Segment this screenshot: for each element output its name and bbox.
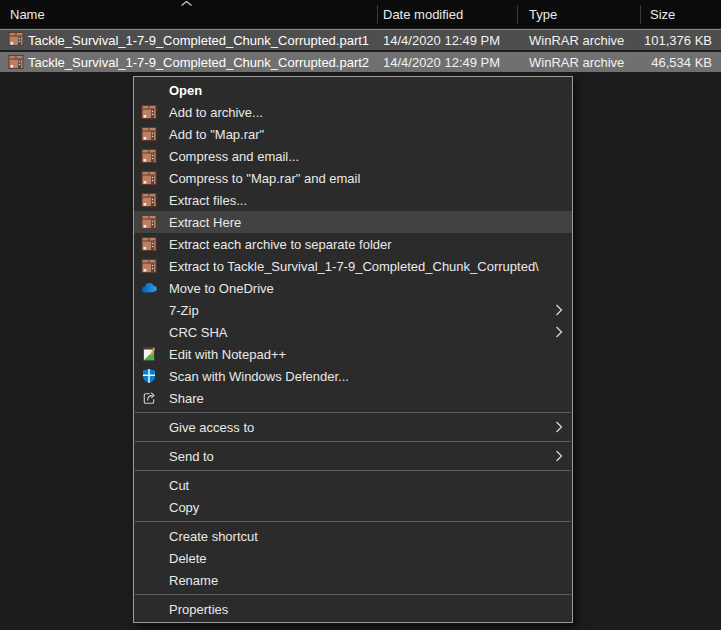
share-icon xyxy=(141,390,157,406)
icon-spacer xyxy=(141,448,157,464)
file-explorer-window: Name Date modified Type Size Tackle_Surv… xyxy=(0,0,721,630)
column-header-type[interactable]: Type xyxy=(529,0,557,28)
menu-item-open[interactable]: Open xyxy=(134,79,572,101)
menu-item-label: Give access to xyxy=(169,420,254,435)
menu-item-scan-with-defender[interactable]: Scan with Windows Defender... xyxy=(134,365,572,387)
menu-item-extract-here[interactable]: Extract Here xyxy=(134,211,572,233)
file-name: Tackle_Survival_1-7-9_Completed_Chunk_Co… xyxy=(28,30,369,50)
menu-item-label: Compress and email... xyxy=(169,149,299,164)
icon-spacer xyxy=(141,419,157,435)
menu-item-delete[interactable]: Delete xyxy=(134,547,572,569)
menu-item-label: Share xyxy=(169,391,204,406)
menu-item-label: Add to archive... xyxy=(169,105,263,120)
menu-item-label: Extract each archive to separate folder xyxy=(169,237,392,252)
winrar-archive-icon xyxy=(141,192,157,208)
menu-item-edit-with-notepadpp[interactable]: Edit with Notepad++ xyxy=(134,343,572,365)
menu-item-copy[interactable]: Copy xyxy=(134,496,572,518)
menu-item-label: Properties xyxy=(169,602,228,617)
winrar-archive-icon xyxy=(141,236,157,252)
menu-separator xyxy=(135,412,571,413)
menu-item-label: Extract to Tackle_Survival_1-7-9_Complet… xyxy=(169,259,539,274)
menu-item-compress-to-map-rar-and-email[interactable]: Compress to "Map.rar" and email xyxy=(134,167,572,189)
winrar-archive-icon xyxy=(141,104,157,120)
winrar-archive-icon xyxy=(141,126,157,142)
menu-item-rename[interactable]: Rename xyxy=(134,569,572,591)
menu-item-extract-to-folder[interactable]: Extract to Tackle_Survival_1-7-9_Complet… xyxy=(134,255,572,277)
icon-spacer xyxy=(141,302,157,318)
column-divider[interactable] xyxy=(640,5,641,24)
menu-item-label: Scan with Windows Defender... xyxy=(169,369,349,384)
winrar-archive-icon xyxy=(141,148,157,164)
column-header-date-modified[interactable]: Date modified xyxy=(383,0,463,28)
winrar-archive-icon xyxy=(141,170,157,186)
menu-item-label: Move to OneDrive xyxy=(169,281,274,296)
menu-item-label: Edit with Notepad++ xyxy=(169,347,286,362)
winrar-archive-icon xyxy=(8,31,24,47)
menu-item-label: Rename xyxy=(169,573,218,588)
windows-defender-icon xyxy=(141,368,157,384)
column-header-name[interactable]: Name xyxy=(10,0,45,28)
menu-item-label: Extract files... xyxy=(169,193,247,208)
context-menu: Open Add to archive... Add to "Map.rar" … xyxy=(133,76,573,623)
menu-item-create-shortcut[interactable]: Create shortcut xyxy=(134,525,572,547)
icon-spacer xyxy=(141,477,157,493)
menu-item-move-to-onedrive[interactable]: Move to OneDrive xyxy=(134,277,572,299)
menu-item-label: 7-Zip xyxy=(169,303,199,318)
column-divider[interactable] xyxy=(517,5,518,24)
sort-ascending-caret-icon xyxy=(180,0,193,7)
menu-item-label: Compress to "Map.rar" and email xyxy=(169,171,360,186)
menu-item-label: Extract Here xyxy=(169,215,241,230)
column-header-bar: Name Date modified Type Size xyxy=(0,0,721,28)
column-header-size[interactable]: Size xyxy=(650,0,675,28)
menu-item-label: Delete xyxy=(169,551,207,566)
menu-item-extract-each-archive[interactable]: Extract each archive to separate folder xyxy=(134,233,572,255)
submenu-chevron-icon xyxy=(555,421,563,433)
submenu-chevron-icon xyxy=(555,304,563,316)
menu-item-give-access-to[interactable]: Give access to xyxy=(134,416,572,438)
menu-item-label: Add to "Map.rar" xyxy=(169,127,264,142)
winrar-archive-icon xyxy=(141,258,157,274)
file-size: 46,534 KB xyxy=(590,52,712,72)
file-date-modified: 14/4/2020 12:49 PM xyxy=(383,30,500,50)
menu-item-properties[interactable]: Properties xyxy=(134,598,572,620)
icon-spacer xyxy=(141,324,157,340)
file-row[interactable]: Tackle_Survival_1-7-9_Completed_Chunk_Co… xyxy=(0,29,721,50)
menu-item-add-to-archive[interactable]: Add to archive... xyxy=(134,101,572,123)
menu-separator xyxy=(135,594,571,595)
winrar-archive-icon xyxy=(8,54,24,70)
file-date-modified: 14/4/2020 12:49 PM xyxy=(383,52,500,72)
file-row[interactable]: Tackle_Survival_1-7-9_Completed_Chunk_Co… xyxy=(0,52,721,72)
menu-item-label: Copy xyxy=(169,500,199,515)
column-divider[interactable] xyxy=(377,5,378,24)
menu-item-7zip[interactable]: 7-Zip xyxy=(134,299,572,321)
file-size: 101,376 KB xyxy=(590,30,712,50)
icon-spacer xyxy=(141,601,157,617)
submenu-chevron-icon xyxy=(555,326,563,338)
icon-spacer xyxy=(141,499,157,515)
menu-item-extract-files[interactable]: Extract files... xyxy=(134,189,572,211)
submenu-chevron-icon xyxy=(555,450,563,462)
icon-spacer xyxy=(141,528,157,544)
menu-separator xyxy=(135,470,571,471)
menu-item-label: Send to xyxy=(169,449,214,464)
icon-spacer xyxy=(141,572,157,588)
menu-item-label: Cut xyxy=(169,478,189,493)
menu-item-label: Open xyxy=(169,83,202,98)
icon-spacer xyxy=(141,550,157,566)
winrar-archive-icon xyxy=(141,214,157,230)
menu-item-crc-sha[interactable]: CRC SHA xyxy=(134,321,572,343)
file-name: Tackle_Survival_1-7-9_Completed_Chunk_Co… xyxy=(28,52,369,72)
menu-separator xyxy=(135,441,571,442)
menu-item-cut[interactable]: Cut xyxy=(134,474,572,496)
menu-item-label: CRC SHA xyxy=(169,325,228,340)
menu-item-send-to[interactable]: Send to xyxy=(134,445,572,467)
notepad-plus-plus-icon xyxy=(141,346,157,362)
onedrive-icon xyxy=(141,280,157,296)
menu-item-share[interactable]: Share xyxy=(134,387,572,409)
menu-item-compress-and-email[interactable]: Compress and email... xyxy=(134,145,572,167)
icon-spacer xyxy=(141,82,157,98)
menu-item-label: Create shortcut xyxy=(169,529,258,544)
menu-item-add-to-map-rar[interactable]: Add to "Map.rar" xyxy=(134,123,572,145)
menu-separator xyxy=(135,521,571,522)
